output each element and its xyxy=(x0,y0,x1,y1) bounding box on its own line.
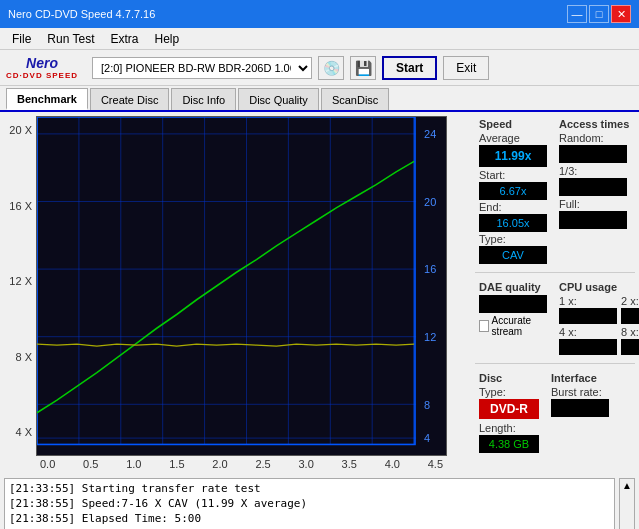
minimize-button[interactable]: — xyxy=(567,5,587,23)
accurate-stream-label: Accurate stream xyxy=(492,315,547,337)
toolbar: Nero CD·DVD SPEED [2:0] PIONEER BD-RW BD… xyxy=(0,50,639,86)
chart-area: 24 20 16 12 8 4 xyxy=(36,116,447,456)
burst-rate-value xyxy=(551,399,609,417)
drive-select[interactable]: [2:0] PIONEER BD-RW BDR-206D 1.06 xyxy=(92,57,312,79)
cpu-section: CPU usage 1 x: 4 x: 2 x: 8 x: xyxy=(555,279,639,357)
menu-bar: File Run Test Extra Help xyxy=(0,28,639,50)
logo-nero: Nero xyxy=(26,55,58,71)
disc-length-label: Length: xyxy=(479,422,539,434)
disc-type-value: DVD-R xyxy=(479,399,539,419)
y-axis-left: 20 X 16 X 12 X 8 X 4 X xyxy=(4,116,36,456)
tabs: Benchmark Create Disc Disc Info Disc Qua… xyxy=(0,86,639,112)
svg-text:8: 8 xyxy=(424,398,430,410)
dae-value xyxy=(479,295,547,313)
tab-scan-disc[interactable]: ScanDisc xyxy=(321,88,389,110)
log-scrollbar[interactable]: ▲ ▼ xyxy=(619,478,635,529)
random-label: Random: xyxy=(559,132,629,144)
one-third-label: 1/3: xyxy=(559,165,629,177)
svg-text:24: 24 xyxy=(424,128,436,140)
speed-title: Speed xyxy=(479,118,547,130)
log-entry-2: [21:38:55] Elapsed Time: 5:00 xyxy=(9,511,610,526)
log-area[interactable]: [21:33:55] Starting transfer rate test [… xyxy=(4,478,615,529)
random-value xyxy=(559,145,627,163)
disc-title: Disc xyxy=(479,372,539,384)
interface-title: Interface xyxy=(551,372,609,384)
tab-disc-info[interactable]: Disc Info xyxy=(171,88,236,110)
dae-title: DAE quality xyxy=(479,281,547,293)
average-label: Average xyxy=(479,132,547,144)
right-panel: Speed Average 11.99x Start: 6.67x End: 1… xyxy=(475,116,635,470)
cpu-2x-value xyxy=(621,308,639,324)
cpu-title: CPU usage xyxy=(559,281,639,293)
title-bar-title: Nero CD-DVD Speed 4.7.7.16 xyxy=(8,8,155,20)
cpu-2x-label: 2 x: xyxy=(621,295,639,307)
disc-length-value: 4.38 GB xyxy=(479,435,539,453)
full-label: Full: xyxy=(559,198,629,210)
cpu-1x-label: 1 x: xyxy=(559,295,617,307)
svg-text:12: 12 xyxy=(424,331,436,343)
x-axis: 0.0 0.5 1.0 1.5 2.0 2.5 3.0 3.5 4.0 4.5 xyxy=(4,456,471,470)
end-value: 16.05x xyxy=(479,214,547,232)
full-value xyxy=(559,211,627,229)
burst-rate-label: Burst rate: xyxy=(551,386,609,398)
start-button[interactable]: Start xyxy=(382,56,437,80)
svg-text:16: 16 xyxy=(424,263,436,275)
cpu-8x-label: 8 x: xyxy=(621,326,639,338)
y-axis-right xyxy=(447,116,471,456)
start-value: 6.67x xyxy=(479,182,547,200)
dae-cpu-row: DAE quality Accurate stream CPU usage 1 … xyxy=(475,279,635,357)
cpu-col2: 2 x: 8 x: xyxy=(621,295,639,355)
logo-sub: CD·DVD SPEED xyxy=(6,71,78,80)
menu-run-test[interactable]: Run Test xyxy=(39,30,102,48)
save-icon-button[interactable]: 💾 xyxy=(350,56,376,80)
one-third-value xyxy=(559,178,627,196)
title-bar: Nero CD-DVD Speed 4.7.7.16 — □ ✕ xyxy=(0,0,639,28)
svg-text:4: 4 xyxy=(424,432,430,444)
chart-svg: 24 20 16 12 8 4 xyxy=(37,117,446,455)
cpu-col1: 1 x: 4 x: xyxy=(559,295,617,355)
menu-file[interactable]: File xyxy=(4,30,39,48)
accurate-stream-checkbox[interactable] xyxy=(479,320,489,332)
exit-button[interactable]: Exit xyxy=(443,56,489,80)
access-section: Access times Random: 1/3: Full: xyxy=(555,116,633,266)
bottom-section: [21:33:55] Starting transfer rate test [… xyxy=(0,474,639,529)
menu-extra[interactable]: Extra xyxy=(102,30,146,48)
speed-access-row: Speed Average 11.99x Start: 6.67x End: 1… xyxy=(475,116,635,266)
menu-help[interactable]: Help xyxy=(147,30,188,48)
disc-type-label: Type: xyxy=(479,386,539,398)
tab-create-disc[interactable]: Create Disc xyxy=(90,88,169,110)
cpu-8x-value xyxy=(621,339,639,355)
disc-section: Disc Type: DVD-R Length: 4.38 GB xyxy=(475,370,543,455)
title-bar-buttons: — □ ✕ xyxy=(567,5,631,23)
speed-section: Speed Average 11.99x Start: 6.67x End: 1… xyxy=(475,116,551,266)
logo-area: Nero CD·DVD SPEED xyxy=(6,55,78,80)
average-value: 11.99x xyxy=(479,145,547,167)
cpu-1x-value xyxy=(559,308,617,324)
access-title: Access times xyxy=(559,118,629,130)
main-content: 20 X 16 X 12 X 8 X 4 X xyxy=(0,112,639,474)
log-entry-0: [21:33:55] Starting transfer rate test xyxy=(9,481,610,496)
cpu-4x-value xyxy=(559,339,617,355)
start-label: Start: xyxy=(479,169,547,181)
interface-section: Interface Burst rate: xyxy=(547,370,613,455)
disc-interface-row: Disc Type: DVD-R Length: 4.38 GB Interfa… xyxy=(475,370,635,455)
log-entry-1: [21:38:55] Speed:7-16 X CAV (11.99 X ave… xyxy=(9,496,610,511)
scroll-up-icon[interactable]: ▲ xyxy=(622,480,632,491)
cpu-values: 1 x: 4 x: 2 x: 8 x: xyxy=(559,295,639,355)
dae-section: DAE quality Accurate stream xyxy=(475,279,551,357)
type-label: Type: xyxy=(479,233,547,245)
end-label: End: xyxy=(479,201,547,213)
svg-text:20: 20 xyxy=(424,195,436,207)
cpu-4x-label: 4 x: xyxy=(559,326,617,338)
tab-disc-quality[interactable]: Disc Quality xyxy=(238,88,319,110)
maximize-button[interactable]: □ xyxy=(589,5,609,23)
type-value: CAV xyxy=(479,246,547,264)
tab-benchmark[interactable]: Benchmark xyxy=(6,88,88,110)
close-button[interactable]: ✕ xyxy=(611,5,631,23)
accurate-stream-container: Accurate stream xyxy=(479,315,547,337)
disk-icon-button[interactable]: 💿 xyxy=(318,56,344,80)
